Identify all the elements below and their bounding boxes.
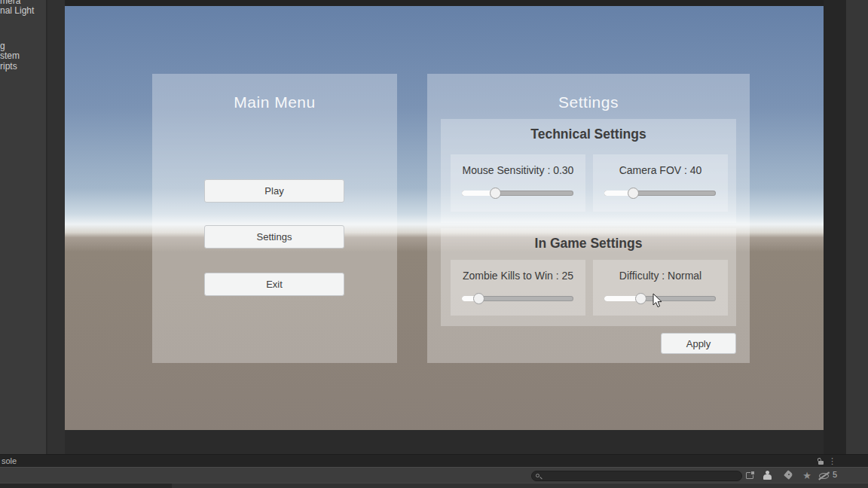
visibility-off-icon[interactable] (818, 470, 832, 481)
mouse-sensitivity-slider[interactable] (462, 187, 573, 199)
zombie-kills-label: Zombie Kills to Win : 25 (451, 270, 585, 282)
search-box[interactable] (531, 471, 742, 481)
lock-icon[interactable] (818, 458, 824, 465)
slider-track[interactable] (462, 191, 573, 196)
in-game-settings-section: In Game Settings Zombie Kills to Win : 2… (441, 228, 736, 326)
apply-button[interactable]: Apply (661, 333, 736, 354)
mouse-sensitivity-label: Mouse Sensitivity : 0.30 (451, 164, 585, 176)
status-strip-segment (0, 483, 172, 488)
camera-fov-label: Camera FOV : 40 (593, 164, 728, 176)
hierarchy-item-directional-light[interactable]: nal Light (0, 6, 47, 16)
camera-fov-control: Camera FOV : 40 (593, 154, 728, 212)
exit-button[interactable]: Exit (204, 273, 344, 296)
game-view: Main Menu Play Settings Exit Settings Te… (65, 6, 824, 430)
kebab-menu-icon[interactable]: ⋮ (828, 455, 836, 468)
status-strip (0, 483, 868, 488)
settings-button[interactable]: Settings (204, 225, 344, 249)
right-panel-edge (846, 0, 868, 454)
in-game-settings-title: In Game Settings (441, 236, 736, 252)
slider-handle[interactable] (635, 293, 646, 304)
slider-handle[interactable] (473, 293, 484, 304)
hierarchy-item-camera[interactable]: mera (0, 0, 47, 6)
mouse-cursor (653, 293, 663, 309)
hierarchy-item-building[interactable]: g (0, 41, 47, 51)
tag-icon[interactable] (784, 470, 796, 481)
hierarchy-panel: mera nal Light g stem ripts (0, 0, 47, 454)
play-button[interactable]: Play (204, 179, 344, 203)
lock-body (818, 461, 824, 465)
star-icon[interactable]: ★ (801, 470, 813, 481)
slider-handle[interactable] (628, 188, 639, 199)
technical-settings-title: Technical Settings (441, 127, 736, 142)
zombie-kills-slider[interactable] (462, 292, 573, 304)
difficulty-label: Difficulty : Normal (593, 270, 728, 282)
camera-fov-slider[interactable] (604, 187, 716, 199)
window-gap (824, 0, 846, 454)
hierarchy-item-eventsystem[interactable]: stem (0, 51, 47, 61)
zombie-kills-control: Zombie Kills to Win : 25 (451, 260, 585, 316)
unity-editor-window: mera nal Light g stem ripts Main Menu Pl… (0, 0, 868, 488)
settings-title: Settings (427, 93, 750, 111)
visibility-count: 5 (833, 470, 837, 479)
game-view-top-chrome (65, 0, 824, 6)
open-window-icon[interactable] (745, 470, 757, 481)
slider-handle[interactable] (490, 188, 501, 199)
main-menu-panel: Main Menu Play Settings Exit (152, 74, 397, 363)
console-tab-bar: sole ⋮ (0, 454, 868, 467)
search-icon (536, 474, 542, 480)
settings-panel: Settings Technical Settings Mouse Sensit… (427, 74, 750, 363)
mouse-sensitivity-control: Mouse Sensitivity : 0.30 (451, 154, 585, 212)
panel-divider (47, 0, 65, 454)
console-toolbar: ★ 5 (0, 467, 868, 483)
search-input[interactable] (546, 471, 734, 480)
main-menu-title: Main Menu (152, 93, 397, 111)
console-tab[interactable]: sole (2, 456, 17, 465)
slider-track[interactable] (604, 191, 716, 196)
technical-settings-section: Technical Settings Mouse Sensitivity : 0… (441, 119, 736, 223)
avatar-icon[interactable] (763, 470, 775, 481)
hierarchy-item-scripts[interactable]: ripts (0, 62, 47, 72)
